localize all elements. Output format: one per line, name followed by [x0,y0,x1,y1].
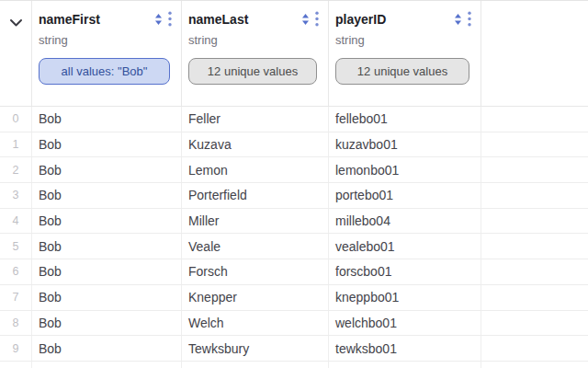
sort-icon[interactable] [154,13,163,26]
table-row: 2 Bob Lemon lemonbo01 [0,157,588,183]
column-summary-badge[interactable]: 12 unique values [335,58,469,85]
table-row: 7 Bob Knepper kneppbo01 [0,285,588,311]
column-type: string [188,33,319,47]
cell-namelast: Porterfield [181,183,328,208]
cell-filler [481,285,588,310]
cell-filler [481,183,588,208]
cell-namelast: Miller [181,209,328,234]
column-name: nameFirst [39,12,100,27]
collapse-table-button[interactable] [0,1,31,106]
table-row: 1 Bob Kuzava kuzavbo01 [0,132,588,158]
cell-namelast: Lemon [181,157,328,182]
row-index: 2 [0,157,31,182]
row-index: 5 [0,234,31,259]
cell-playerid: forscbo01 [328,259,481,284]
table-row: 0 Bob Feller fellebo01 [0,107,588,132]
chevron-down-icon [9,15,23,31]
header-filler [481,1,588,106]
cell-namefirst: Bob [31,336,181,361]
cell-filler [481,157,588,182]
column-menu-icon[interactable] [168,11,172,27]
cell-namefirst: Bob [31,183,181,208]
table-row: 6 Bob Forsch forscbo01 [0,259,588,285]
cell-playerid: kuzavbo01 [328,132,481,157]
column-name: nameLast [188,12,248,27]
cell-playerid: fellebo01 [328,107,481,132]
cell-filler [481,311,588,336]
sort-icon[interactable] [454,13,462,26]
column-summary-badge[interactable]: 12 unique values [188,58,317,85]
cell-filler [481,209,588,234]
column-header-playerid: playerID string 12 unique values [328,1,481,106]
sort-icon[interactable] [301,13,310,26]
row-index: 3 [0,183,31,208]
cell-namelast: Feller [181,107,328,132]
table-body: 0 Bob Feller fellebo01 1 Bob Kuzava kuza… [0,107,588,368]
cell-filler [481,362,588,368]
cell-playerid: portebo01 [328,183,481,208]
cell-filler [481,336,588,361]
row-index: 9 [0,336,31,361]
table-row: 4 Bob Miller millebo04 [0,209,588,235]
table-row: 5 Bob Veale vealebo01 [0,234,588,259]
cell-playerid: lemonbo01 [328,157,481,182]
cell-filler [481,259,588,284]
cell-namelast: Veale [181,234,328,259]
cell-namefirst: Bob [31,259,181,284]
column-header-namefirst: nameFirst string all values: "Bob" [31,1,181,106]
cell-playerid: vealebo01 [328,234,481,259]
cell-namefirst: Bob [31,107,181,132]
column-name: playerID [335,12,386,27]
cell-namelast: Forsch [181,259,328,284]
column-summary-badge[interactable]: all values: "Bob" [39,58,170,85]
cell-filler [481,132,588,157]
table-header: nameFirst string all values: "Bob" nameL… [0,1,588,107]
cell-namefirst: Bob [31,234,181,259]
table-row: 3 Bob Porterfield portebo01 [0,183,588,209]
row-index: 7 [0,285,31,310]
column-menu-icon[interactable] [315,11,319,27]
table-row: 8 Bob Welch welchbo01 [0,311,588,337]
cell-namelast [181,362,328,368]
cell-namelast: Welch [181,311,328,336]
column-type: string [335,33,471,47]
row-index: 6 [0,259,31,284]
row-index: 8 [0,311,31,336]
cell-namefirst [31,362,181,368]
cell-filler [481,107,588,132]
table-row-partial [0,362,588,368]
cell-filler [481,234,588,259]
data-table: nameFirst string all values: "Bob" nameL… [0,0,588,368]
column-type: string [39,33,172,47]
cell-namefirst: Bob [31,209,181,234]
cell-namefirst: Bob [31,157,181,182]
column-header-namelast: nameLast string 12 unique values [181,1,328,106]
cell-playerid: kneppbo01 [328,285,481,310]
row-index [0,362,31,368]
table-row: 9 Bob Tewksbury tewksbo01 [0,336,588,362]
cell-playerid: millebo04 [328,209,481,234]
cell-namefirst: Bob [31,285,181,310]
row-index: 1 [0,132,31,157]
cell-playerid: tewksbo01 [328,336,481,361]
cell-namelast: Kuzava [181,132,328,157]
cell-namefirst: Bob [31,311,181,336]
column-menu-icon[interactable] [468,11,471,27]
row-index: 0 [0,107,31,132]
cell-playerid: welchbo01 [328,311,481,336]
row-index: 4 [0,209,31,234]
cell-namelast: Tewksbury [181,336,328,361]
cell-namelast: Knepper [181,285,328,310]
cell-namefirst: Bob [31,132,181,157]
cell-playerid [328,362,481,368]
